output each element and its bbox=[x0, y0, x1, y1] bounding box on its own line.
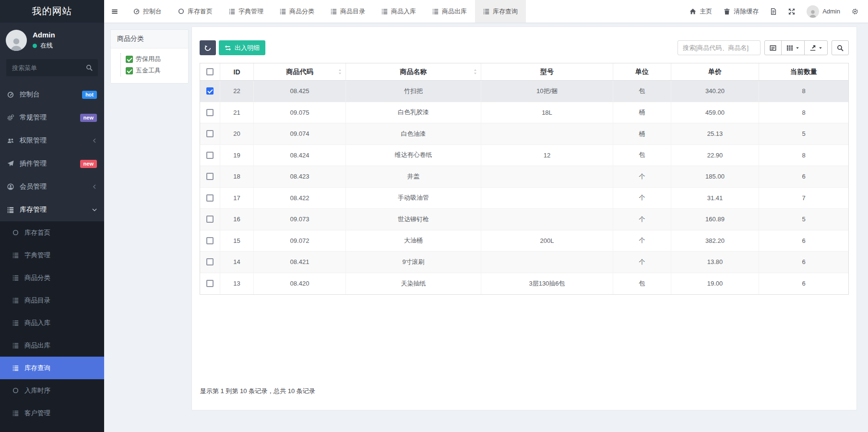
refresh-button[interactable] bbox=[200, 40, 216, 55]
nav-tab[interactable]: 商品目录 bbox=[322, 0, 373, 23]
cell-name: 9寸滚刷 bbox=[346, 252, 481, 273]
sidebar-toggle-button[interactable] bbox=[104, 0, 125, 23]
category-panel-title: 商品分类 bbox=[111, 30, 188, 48]
table-row[interactable]: 14 08.421 9寸滚刷 个 13.80 6 bbox=[200, 252, 848, 273]
sidebar-subitem[interactable]: 商品目录 bbox=[0, 289, 104, 312]
table-row[interactable]: 19 08.424 维达有心卷纸 12 包 22.90 8 bbox=[200, 145, 848, 167]
cell-model bbox=[481, 252, 613, 273]
home-button[interactable]: 主页 bbox=[690, 7, 712, 16]
menu-search-input[interactable] bbox=[6, 59, 98, 76]
column-header-model: 型号 bbox=[481, 63, 613, 80]
user-menu[interactable]: Admin bbox=[807, 5, 840, 18]
checked-checkbox-icon[interactable] bbox=[126, 56, 133, 63]
checked-checkbox-icon[interactable] bbox=[126, 67, 133, 74]
sidebar-item[interactable]: 会员管理 bbox=[0, 175, 104, 198]
table-row[interactable]: 21 09.075 白色乳胶漆 18L 桶 459.00 8 bbox=[200, 102, 848, 124]
nav-tab[interactable]: 字典管理 bbox=[221, 0, 272, 23]
sidebar-subitem[interactable]: 商品出库 bbox=[0, 334, 104, 357]
sidebar-item[interactable]: 常规管理 new bbox=[0, 106, 104, 129]
sidebar-item-label: 权限管理 bbox=[20, 136, 47, 145]
cell-unit: 个 bbox=[613, 166, 671, 187]
sidebar-subitem-label: 客户管理 bbox=[24, 409, 50, 418]
table-row[interactable]: 17 08.422 手动吸油管 个 31.41 7 bbox=[200, 188, 848, 209]
table-row[interactable]: 13 08.420 天染抽纸 3层130抽6包 包 19.00 6 bbox=[200, 273, 848, 295]
sidebar-subitem[interactable]: 字典管理 bbox=[0, 244, 104, 266]
sidebar-subitem[interactable]: 供应商管理 bbox=[0, 424, 104, 432]
badge: new bbox=[80, 160, 97, 168]
sidebar-item[interactable]: 权限管理 bbox=[0, 129, 104, 152]
sidebar-subitem-label: 库存首页 bbox=[24, 228, 50, 237]
row-checkbox[interactable] bbox=[206, 109, 214, 116]
sidebar-item[interactable]: 库存管理 bbox=[0, 198, 104, 221]
cell-price: 185.00 bbox=[671, 166, 759, 187]
row-checkbox[interactable] bbox=[206, 130, 214, 137]
table-row[interactable]: 18 08.423 井盖 个 185.00 6 bbox=[200, 166, 848, 188]
table-row[interactable]: 16 09.073 世达铆钉枪 个 160.89 5 bbox=[200, 209, 848, 230]
sidebar-subitem[interactable]: 客户管理 bbox=[0, 402, 104, 424]
row-checkbox[interactable] bbox=[206, 216, 214, 223]
settings-button[interactable] bbox=[852, 8, 858, 15]
nav-tab[interactable]: 商品入库 bbox=[373, 0, 424, 23]
row-checkbox[interactable] bbox=[206, 258, 214, 265]
avatar[interactable] bbox=[6, 30, 27, 51]
cell-code: 08.420 bbox=[254, 273, 346, 295]
column-header-code[interactable]: 商品代码 bbox=[254, 63, 346, 80]
cell-id: 14 bbox=[220, 252, 254, 273]
nav-tab[interactable]: 商品分类 bbox=[272, 0, 322, 23]
submenu-item-icon bbox=[12, 365, 19, 371]
toggle-detail-view-button[interactable] bbox=[764, 40, 782, 55]
sidebar-subitem[interactable]: 库存查询 bbox=[0, 357, 104, 379]
nav-tab[interactable]: 库存查询 bbox=[475, 0, 526, 23]
row-checkbox[interactable] bbox=[206, 173, 214, 180]
cell-code: 08.424 bbox=[254, 145, 346, 166]
cell-unit: 个 bbox=[613, 230, 671, 252]
nav-tab-label: 字典管理 bbox=[238, 7, 263, 16]
table-row[interactable]: 20 09.074 白色油漆 桶 25.13 5 bbox=[200, 123, 848, 145]
row-checkbox[interactable] bbox=[206, 87, 214, 95]
export-button[interactable] bbox=[804, 40, 828, 55]
columns-button[interactable] bbox=[781, 40, 805, 55]
cell-price: 19.00 bbox=[671, 273, 759, 295]
sidebar-subitem[interactable]: 库存首页 bbox=[0, 221, 104, 244]
row-checkbox[interactable] bbox=[206, 152, 214, 159]
grid-icon bbox=[786, 45, 793, 51]
cell-code: 08.425 bbox=[254, 81, 346, 102]
select-all-checkbox[interactable] bbox=[206, 68, 214, 75]
table-row[interactable]: 22 08.425 竹扫把 10把/捆 包 340.20 8 bbox=[200, 81, 848, 102]
document-button[interactable] bbox=[770, 8, 777, 15]
clear-cache-button[interactable]: 清除缓存 bbox=[724, 7, 759, 16]
nav-tab[interactable]: 商品出库 bbox=[424, 0, 475, 23]
submenu-item-icon bbox=[12, 320, 19, 326]
cell-qty: 8 bbox=[759, 81, 848, 102]
table-search-input[interactable] bbox=[678, 40, 761, 55]
site-title: 我的网站 bbox=[0, 0, 104, 23]
category-tree-item[interactable]: 五金工具 bbox=[126, 65, 184, 76]
search-button[interactable] bbox=[832, 40, 849, 55]
user-status: 在线 bbox=[40, 41, 53, 50]
sidebar-subitem[interactable]: 商品入库 bbox=[0, 312, 104, 334]
sidebar-item[interactable]: 控制台 hot bbox=[0, 83, 104, 106]
column-header-unit: 单位 bbox=[613, 63, 671, 80]
sidebar-menu: 控制台 hot 常规管理 new 权限管理 插件管理 new bbox=[0, 83, 104, 221]
sidebar-subitem[interactable]: 商品分类 bbox=[0, 266, 104, 289]
topbar-username: Admin bbox=[822, 8, 840, 15]
nav-tab[interactable]: 库存首页 bbox=[170, 0, 221, 23]
row-checkbox[interactable] bbox=[206, 237, 214, 244]
cell-id: 19 bbox=[220, 145, 254, 166]
cell-unit: 个 bbox=[613, 188, 671, 209]
cell-name: 白色油漆 bbox=[346, 123, 481, 144]
row-checkbox[interactable] bbox=[206, 194, 214, 202]
column-header-name[interactable]: 商品名称 bbox=[346, 63, 481, 80]
row-checkbox[interactable] bbox=[206, 280, 214, 287]
sidebar-subitem[interactable]: 入库时序 bbox=[0, 379, 104, 402]
fullscreen-button[interactable] bbox=[788, 8, 795, 15]
category-tree-item[interactable]: 劳保用品 bbox=[126, 53, 184, 65]
nav-tab[interactable]: 控制台 bbox=[125, 0, 170, 23]
inout-detail-button[interactable]: 出入明细 bbox=[219, 40, 265, 55]
cell-name: 维达有心卷纸 bbox=[346, 145, 481, 166]
table-row[interactable]: 15 09.072 大油桶 200L 个 382.20 6 bbox=[200, 230, 848, 252]
cell-model: 10把/捆 bbox=[481, 81, 613, 102]
cell-name: 白色乳胶漆 bbox=[346, 102, 481, 123]
cell-code: 09.074 bbox=[254, 123, 346, 144]
sidebar-item[interactable]: 插件管理 new bbox=[0, 152, 104, 175]
